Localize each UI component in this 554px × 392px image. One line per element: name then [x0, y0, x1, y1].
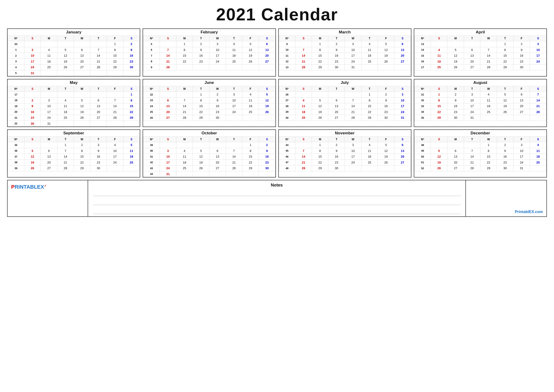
day-cell: 2 [24, 98, 41, 103]
col-header-day: S [295, 36, 312, 41]
col-header-weeknum: Nº [414, 137, 431, 142]
day-cell: 21 [176, 109, 193, 115]
day-cell: 20 [90, 109, 107, 115]
day-cell [209, 142, 226, 148]
day-cell: 1 [497, 41, 513, 47]
col-header-day: S [431, 86, 447, 92]
note-line-1[interactable] [93, 191, 461, 196]
col-header-day: F [242, 36, 259, 41]
day-cell: 27 [74, 64, 90, 70]
day-cell: 10 [513, 148, 530, 154]
week-number: 12 [279, 59, 295, 64]
day-cell: 19 [447, 59, 464, 64]
day-cell: 3 [41, 98, 57, 103]
col-header-weeknum: Nº [279, 36, 295, 41]
day-cell [107, 165, 123, 171]
day-cell: 25 [242, 109, 259, 115]
day-cell: 24 [530, 59, 547, 64]
col-header-day: M [312, 36, 328, 41]
day-cell: 11 [41, 53, 57, 59]
day-cell: 16 [123, 53, 140, 59]
day-cell [176, 142, 193, 148]
day-cell: 10 [226, 98, 242, 103]
day-cell: 25 [41, 64, 57, 70]
day-cell: 9 [193, 47, 209, 53]
day-cell: 17 [107, 154, 123, 160]
day-cell: 21 [295, 59, 312, 64]
day-cell: 23 [90, 160, 107, 165]
day-cell: 9 [328, 47, 345, 53]
week-number: 41 [143, 154, 160, 160]
day-cell: 27 [259, 59, 275, 64]
day-cell: 22 [431, 109, 447, 115]
day-cell: 5 [497, 92, 513, 98]
day-cell: 17 [345, 154, 361, 160]
col-header-day: F [513, 86, 530, 92]
day-cell: 24 [464, 109, 480, 115]
day-cell: 27 [394, 160, 411, 165]
week-number: 10 [279, 47, 295, 53]
day-cell: 18 [123, 154, 140, 160]
day-cell: 6 [464, 47, 480, 53]
month-table-december: NºSMTWTFS48 1234495678910115012131415161… [414, 137, 547, 171]
day-cell: 26 [242, 59, 259, 64]
table-row: 48282930 [279, 165, 411, 171]
month-title-december: December [414, 130, 547, 137]
day-cell: 23 [123, 59, 140, 64]
day-cell: 22 [123, 109, 140, 115]
day-cell: 30 [328, 165, 345, 171]
week-number: 18 [8, 98, 24, 103]
day-cell: 14 [90, 53, 107, 59]
day-cell: 19 [497, 103, 513, 109]
col-header-day: W [480, 137, 497, 142]
day-cell: 17 [41, 109, 57, 115]
note-line-2[interactable] [93, 200, 461, 205]
day-cell: 7 [464, 148, 480, 154]
day-cell: 21 [530, 103, 547, 109]
day-cell [226, 171, 242, 177]
day-cell [193, 171, 209, 177]
month-table-february: NºSMTWTFS5 12345667891011121371415161718… [143, 35, 275, 70]
week-number: 17 [414, 64, 431, 70]
day-cell: 27 [394, 59, 411, 64]
month-july: JulyNºSMTWTFS26 123274567891028111213141… [278, 79, 411, 127]
week-number: 29 [279, 109, 295, 115]
table-row: 1078910111213 [279, 47, 411, 53]
col-header-day: W [345, 86, 361, 92]
col-header-day: S [160, 137, 176, 142]
day-cell: 13 [513, 98, 530, 103]
month-title-april: April [414, 29, 547, 35]
day-cell: 26 [378, 59, 394, 64]
month-title-september: September [7, 130, 140, 137]
day-cell: 10 [24, 53, 41, 59]
day-cell: 7 [57, 148, 74, 154]
day-cell: 10 [107, 148, 123, 154]
day-cell [345, 92, 361, 98]
notes-lines [93, 190, 461, 214]
table-row: 4110111213141516 [143, 154, 275, 160]
note-line-3[interactable] [93, 209, 461, 214]
month-may: MayNºSMTWTFS17 1182345678199101112131415… [7, 79, 140, 127]
week-number: 30 [279, 115, 295, 121]
day-cell: 25 [530, 160, 547, 165]
day-cell [464, 142, 480, 148]
day-cell [431, 41, 447, 47]
table-row: NºSMTWTFS [279, 137, 411, 142]
day-cell [24, 41, 41, 47]
table-row: 13 123 [414, 41, 546, 47]
table-row: 182345678 [8, 98, 140, 103]
day-cell: 3 [24, 47, 41, 53]
day-cell: 27 [328, 115, 345, 121]
week-number: 9 [279, 41, 295, 47]
day-cell: 27 [160, 115, 176, 121]
week-number: 44 [143, 171, 160, 177]
table-row: 4578910111213 [279, 148, 411, 154]
day-cell [176, 64, 193, 70]
day-cell: 7 [160, 47, 176, 53]
day-cell: 18 [295, 109, 312, 115]
table-row: 5119202122232425 [414, 160, 546, 165]
day-cell [361, 165, 378, 171]
table-row: 26 123 [279, 92, 411, 98]
day-cell: 6 [259, 41, 275, 47]
day-cell: 17 [513, 154, 530, 160]
